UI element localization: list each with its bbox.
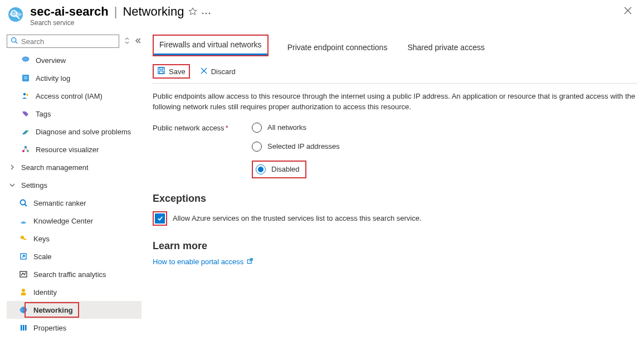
- activity-log-icon: [21, 74, 30, 82]
- link-portal-access[interactable]: How to enable portal access: [153, 258, 253, 266]
- checkbox-allow-trusted-label: Allow Azure services on the trusted serv…: [173, 214, 422, 222]
- external-link-icon: [247, 258, 253, 266]
- chevron-right-icon: [9, 163, 16, 172]
- search-icon: [11, 37, 18, 46]
- overview-icon: [21, 56, 30, 65]
- page-title: sec-ai-search | Networking: [30, 4, 621, 19]
- svg-rect-41: [159, 71, 163, 74]
- svg-point-4: [202, 12, 204, 14]
- learn-more-heading: Learn more: [153, 240, 637, 252]
- sidebar-item-search-traffic-analytics[interactable]: Search traffic analytics: [7, 265, 142, 283]
- svg-point-6: [209, 12, 211, 14]
- search-service-icon: [7, 6, 25, 23]
- tab-private-endpoint[interactable]: Private endpoint connections: [286, 40, 389, 56]
- save-icon: [157, 66, 165, 76]
- radio-all-networks[interactable]: All networks: [252, 123, 340, 133]
- sidebar-item-networking[interactable]: Networking: [7, 301, 142, 319]
- description-text: Public endpoints allow access to this re…: [153, 91, 637, 113]
- properties-icon: [19, 323, 28, 332]
- sidebar-group-settings[interactable]: Settings: [7, 176, 142, 194]
- svg-rect-37: [23, 325, 25, 331]
- sidebar-group-search-management[interactable]: Search management: [7, 158, 142, 176]
- radio-selected-ips[interactable]: Selected IP addresses: [252, 142, 340, 152]
- sidebar-item-semantic-ranker[interactable]: Semantic ranker: [7, 194, 142, 212]
- collapse-sidebar-icon[interactable]: [135, 37, 142, 46]
- svg-rect-30: [20, 271, 27, 277]
- close-icon[interactable]: [621, 4, 635, 19]
- sidebar-item-keys[interactable]: Keys: [7, 230, 142, 247]
- exceptions-heading: Exceptions: [153, 193, 637, 205]
- pna-label: Public network access*: [153, 123, 252, 178]
- svg-line-26: [25, 205, 27, 207]
- semantic-icon: [19, 198, 28, 207]
- sidebar-item-knowledge-center[interactable]: Knowledge Center: [7, 212, 142, 230]
- sidebar-item-scale[interactable]: Scale: [7, 247, 142, 265]
- svg-rect-28: [23, 239, 26, 240]
- sidebar-item-overview[interactable]: Overview: [7, 51, 142, 69]
- chevron-down-icon: [9, 181, 16, 190]
- visualizer-icon: [21, 145, 30, 154]
- svg-point-17: [26, 94, 28, 96]
- networking-icon: [19, 305, 28, 314]
- svg-rect-39: [158, 67, 164, 74]
- svg-rect-31: [21, 293, 26, 295]
- checkbox-allow-trusted[interactable]: [155, 213, 165, 224]
- tab-shared-private-access[interactable]: Shared private access: [406, 40, 486, 56]
- save-button[interactable]: Save: [154, 65, 189, 77]
- analytics-icon: [19, 270, 28, 279]
- sidebar-item-properties[interactable]: Properties: [7, 319, 142, 337]
- more-actions-icon[interactable]: [202, 8, 211, 16]
- svg-point-32: [22, 289, 25, 292]
- sidebar-item-diagnose[interactable]: Diagnose and solve problems: [7, 123, 142, 140]
- svg-point-25: [21, 200, 26, 205]
- scale-icon: [19, 252, 28, 261]
- svg-rect-38: [25, 325, 27, 331]
- svg-line-45: [250, 259, 253, 262]
- sidebar-item-tags[interactable]: Tags: [7, 105, 142, 123]
- sidebar-item-access-control[interactable]: Access control (IAM): [7, 87, 142, 105]
- svg-line-23: [23, 147, 26, 151]
- sidebar-item-identity[interactable]: Identity: [7, 283, 142, 301]
- radio-disabled[interactable]: Disabled: [256, 164, 300, 174]
- svg-point-5: [206, 12, 207, 14]
- identity-icon: [19, 288, 28, 297]
- tab-firewalls-vnets[interactable]: Firewalls and virtual networks: [154, 36, 267, 55]
- sidebar-item-resource-visualizer[interactable]: Resource visualizer: [7, 140, 142, 158]
- svg-line-24: [26, 147, 28, 151]
- expand-collapse-icon[interactable]: [125, 37, 129, 46]
- svg-point-16: [23, 93, 26, 95]
- diagnose-icon: [21, 127, 30, 136]
- svg-line-10: [16, 42, 17, 43]
- svg-rect-40: [160, 67, 163, 70]
- iam-icon: [21, 91, 30, 100]
- sidebar-search-input[interactable]: [7, 35, 119, 48]
- svg-rect-13: [22, 75, 29, 81]
- discard-icon: [200, 67, 208, 76]
- tags-icon: [21, 109, 30, 118]
- sidebar-item-activity-log[interactable]: Activity log: [7, 69, 142, 87]
- discard-button[interactable]: Discard: [197, 66, 239, 77]
- svg-rect-36: [21, 325, 22, 331]
- keys-icon: [19, 234, 28, 243]
- favorite-star-icon[interactable]: [188, 7, 197, 17]
- resource-type-label: Search service: [30, 19, 621, 27]
- knowledge-icon: [19, 216, 28, 225]
- svg-point-9: [12, 38, 16, 42]
- svg-marker-3: [189, 8, 197, 14]
